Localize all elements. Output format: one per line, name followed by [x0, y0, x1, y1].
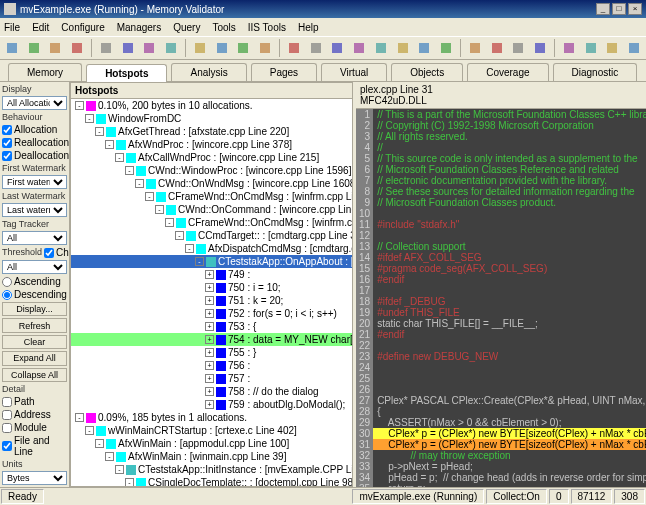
tree-toggle[interactable]: - [75, 101, 84, 110]
tree-toggle[interactable]: + [205, 322, 214, 331]
toolbar-btn-25[interactable] [581, 38, 601, 58]
path-check[interactable]: Path [2, 396, 67, 407]
menu-file[interactable]: File [4, 22, 20, 33]
tree-toggle[interactable]: + [205, 270, 214, 279]
toolbar-btn-3[interactable] [67, 38, 87, 58]
code-body[interactable]: 1234567891011121314151617181920212223242… [356, 109, 646, 487]
tree-row[interactable]: -AfxWinMain : [winmain.cpp Line 39] [71, 450, 352, 463]
tree-toggle[interactable]: - [175, 231, 184, 240]
display-select[interactable]: All Allocations [2, 96, 67, 110]
tree-toggle[interactable]: + [205, 283, 214, 292]
tree-toggle[interactable]: - [195, 257, 204, 266]
tree-toggle[interactable]: + [205, 387, 214, 396]
menu-help[interactable]: Help [298, 22, 319, 33]
menu-tools[interactable]: Tools [212, 22, 235, 33]
reallocation-check[interactable]: Reallocation [2, 137, 67, 148]
tab-analysis[interactable]: Analysis [171, 63, 246, 81]
close-button[interactable]: × [628, 3, 642, 15]
tree-toggle[interactable]: - [105, 140, 114, 149]
tree-row[interactable]: -CSingleDocTemplate:: : [doctempl.cpp Li… [71, 476, 352, 487]
last-watermark-select[interactable]: Last watermark [2, 203, 67, 217]
tree-row[interactable]: -AfxWinMain : [appmodul.cpp Line 100] [71, 437, 352, 450]
tree-row[interactable]: -CCmdTarget:: : [cmdtarg.cpp Line 317] [71, 229, 352, 242]
toolbar-btn-23[interactable] [530, 38, 550, 58]
tree-row[interactable]: +759 : aboutDlg.DoModal(); [71, 398, 352, 411]
tree-row[interactable]: -CWnd::OnWndMsg : [wincore.cpp Line 1608… [71, 177, 352, 190]
minimize-button[interactable]: _ [596, 3, 610, 15]
tree-row[interactable]: +757 : [71, 372, 352, 385]
toolbar-btn-16[interactable] [371, 38, 391, 58]
tree-toggle[interactable]: - [165, 218, 174, 227]
toolbar-btn-11[interactable] [255, 38, 275, 58]
tab-objects[interactable]: Objects [391, 63, 463, 81]
expand-all-button[interactable]: Expand All [2, 351, 67, 365]
toolbar-btn-21[interactable] [487, 38, 507, 58]
toolbar-btn-14[interactable] [327, 38, 347, 58]
tree-row[interactable]: -AfxDispatchCmdMsg : [cmdtarg.cpp Line 8… [71, 242, 352, 255]
tree-toggle[interactable]: - [185, 244, 194, 253]
file-line-check[interactable]: File and Line [2, 435, 67, 457]
tree-row[interactable]: -0.09%, 185 bytes in 1 allocations. [71, 411, 352, 424]
toolbar-btn-4[interactable] [96, 38, 116, 58]
tree-row[interactable]: -AfxWndProc : [wincore.cpp Line 378] [71, 138, 352, 151]
tree-toggle[interactable]: + [205, 348, 214, 357]
toolbar-btn-9[interactable] [212, 38, 232, 58]
toolbar-btn-7[interactable] [161, 38, 181, 58]
tag-tracker-select[interactable]: All [2, 231, 67, 245]
toolbar-btn-22[interactable] [508, 38, 528, 58]
tree-row[interactable]: -CTeststakApp::OnAppAbout : [mvExample.C… [71, 255, 352, 268]
tree-toggle[interactable]: + [205, 400, 214, 409]
tree-row[interactable]: +750 : i = 10; [71, 281, 352, 294]
toolbar-btn-20[interactable] [465, 38, 485, 58]
tree-row[interactable]: +756 : [71, 359, 352, 372]
tree-toggle[interactable]: - [95, 439, 104, 448]
menu-edit[interactable]: Edit [32, 22, 49, 33]
tree-toggle[interactable]: - [125, 478, 134, 487]
tree-row[interactable]: -wWinMainCRTStartup : [crtexe.c Line 402… [71, 424, 352, 437]
tree-toggle[interactable]: - [105, 452, 114, 461]
maximize-button[interactable]: □ [612, 3, 626, 15]
tree-toggle[interactable]: + [205, 374, 214, 383]
deallocation-check[interactable]: Deallocation [2, 150, 67, 161]
tree-toggle[interactable]: - [115, 153, 124, 162]
address-check[interactable]: Address [2, 409, 67, 420]
toolbar-btn-13[interactable] [306, 38, 326, 58]
tab-virtual[interactable]: Virtual [321, 63, 387, 81]
toolbar-btn-1[interactable] [24, 38, 44, 58]
tree-toggle[interactable]: - [135, 179, 144, 188]
allocation-check[interactable]: Allocation [2, 124, 67, 135]
tree-toggle[interactable]: + [205, 335, 214, 344]
tree-row[interactable]: -CFrameWnd::OnCmdMsg : [winfrm.cpp Line … [71, 216, 352, 229]
module-check[interactable]: Module [2, 422, 67, 433]
collapse-all-button[interactable]: Collapse All [2, 368, 67, 382]
tree-row[interactable]: -AfxGetThread : [afxstate.cpp Line 220] [71, 125, 352, 138]
refresh-button[interactable]: Refresh [2, 318, 67, 332]
tree-toggle[interactable]: - [85, 426, 94, 435]
tree-toggle[interactable]: - [115, 465, 124, 474]
toolbar-btn-0[interactable] [2, 38, 22, 58]
menu-configure[interactable]: Configure [61, 22, 104, 33]
tree-row[interactable]: -WindowFromDC [71, 112, 352, 125]
tree-toggle[interactable]: + [205, 296, 214, 305]
toolbar-btn-19[interactable] [436, 38, 456, 58]
tree-row[interactable]: +752 : for(s = 0; i < i; s++) [71, 307, 352, 320]
display-button[interactable]: Display... [2, 302, 67, 316]
tree-toggle[interactable]: - [95, 127, 104, 136]
tree-row[interactable]: +754 : data = MY_NEW char[20]; [71, 333, 352, 346]
tab-memory[interactable]: Memory [8, 63, 82, 81]
menu-iis-tools[interactable]: IIS Tools [248, 22, 286, 33]
toolbar-btn-12[interactable] [284, 38, 304, 58]
threshold-select[interactable]: All [2, 260, 67, 274]
tree-row[interactable]: -0.10%, 200 bytes in 10 allocations. [71, 99, 352, 112]
tree-row[interactable]: -CWnd::WindowProc : [wincore.cpp Line 15… [71, 164, 352, 177]
tree-toggle[interactable]: - [85, 114, 94, 123]
tree-row[interactable]: +749 : [71, 268, 352, 281]
tab-hotspots[interactable]: Hotspots [86, 64, 167, 82]
menu-managers[interactable]: Managers [117, 22, 161, 33]
tree-toggle[interactable]: - [75, 413, 84, 422]
toolbar-btn-15[interactable] [349, 38, 369, 58]
descending-radio[interactable]: Descending [2, 289, 67, 300]
tree-row[interactable]: -CWnd::OnCommand : [wincore.cpp Line 199… [71, 203, 352, 216]
toolbar-btn-2[interactable] [46, 38, 66, 58]
toolbar-btn-10[interactable] [233, 38, 253, 58]
